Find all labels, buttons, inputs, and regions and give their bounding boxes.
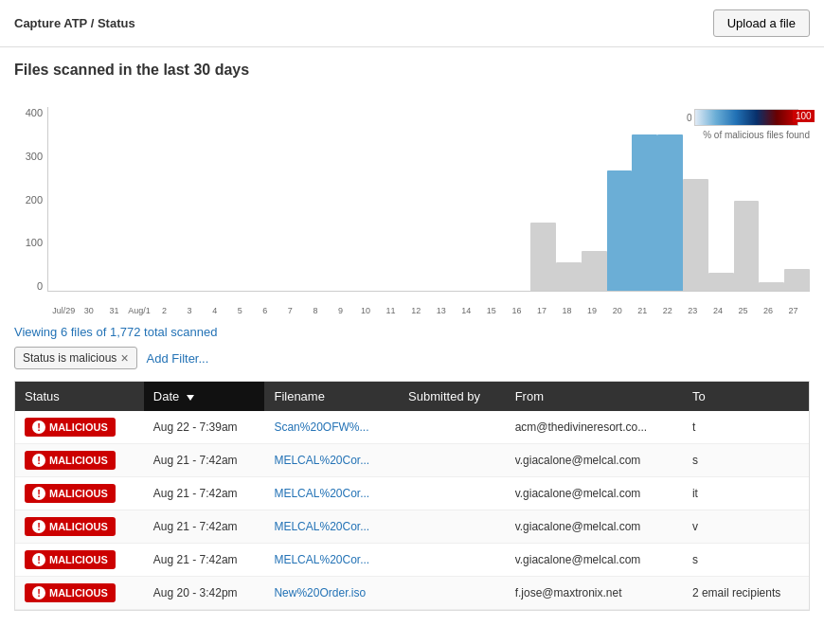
cell-filename[interactable]: MELCAL%20Cor... <box>264 444 399 477</box>
col-filename: Filename <box>264 382 399 411</box>
x-label: 20 <box>605 303 629 315</box>
cell-status: !MALICIOUS <box>15 444 144 477</box>
chart-bar <box>607 170 633 291</box>
chart-bar <box>530 223 556 291</box>
x-label: 22 <box>656 303 680 315</box>
filter-tag: Status is malicious × <box>14 347 137 369</box>
filter-tag-label: Status is malicious <box>23 351 116 365</box>
cell-date: Aug 21 - 7:42am <box>144 444 265 477</box>
col-to: To <box>683 382 809 411</box>
cell-filename[interactable]: MELCAL%20Cor... <box>264 544 399 577</box>
cell-to: s <box>683 544 809 577</box>
cell-to: it <box>683 477 809 510</box>
cell-filename[interactable]: MELCAL%20Cor... <box>264 510 399 544</box>
x-label: 4 <box>203 303 226 315</box>
table-row: !MALICIOUSAug 21 - 7:42amMELCAL%20Cor...… <box>15 544 809 577</box>
cell-filename[interactable]: New%20Order.iso <box>264 577 399 610</box>
cell-filename[interactable]: Scan%20OFW%... <box>264 411 399 444</box>
cell-from: f.jose@maxtronix.net <box>506 577 683 610</box>
x-label: 12 <box>404 303 428 315</box>
cell-status: !MALICIOUS <box>15 510 144 544</box>
chart-bar <box>734 201 760 291</box>
x-label: 7 <box>278 303 302 315</box>
malicious-badge: !MALICIOUS <box>25 583 116 602</box>
x-label: 3 <box>178 303 202 315</box>
filter-remove-button[interactable]: × <box>120 351 128 365</box>
chart-bar <box>759 282 784 292</box>
y-label-400: 400 <box>26 107 43 118</box>
cell-submitted-by <box>399 577 506 610</box>
x-label: 27 <box>781 303 805 315</box>
table-header-row: Status Date Filename Submitted by From T… <box>15 382 809 411</box>
table-row: !MALICIOUSAug 21 - 7:42amMELCAL%20Cor...… <box>15 477 809 510</box>
x-label: 11 <box>379 303 403 315</box>
cell-from: acm@thedivineresort.co... <box>506 411 683 444</box>
chart-bar <box>708 273 734 291</box>
main-content: Files scanned in the last 30 days 0 100 … <box>0 47 824 625</box>
cell-status: !MALICIOUS <box>15 577 144 610</box>
cell-to: t <box>683 411 809 444</box>
chart-bar <box>784 269 810 291</box>
x-label: 16 <box>505 303 528 315</box>
chart-bar <box>683 179 708 291</box>
x-label: Jul/29 <box>52 303 76 315</box>
page-header: Capture ATP / Status Upload a file <box>0 0 824 47</box>
cell-date: Aug 21 - 7:42am <box>144 510 265 544</box>
breadcrumb-current: Status <box>98 16 135 30</box>
malicious-icon: ! <box>32 553 45 566</box>
cell-to: 2 email recipients <box>683 577 809 610</box>
chart-bar <box>632 134 657 291</box>
chart-bar <box>657 134 683 291</box>
cell-status: !MALICIOUS <box>15 411 144 444</box>
upload-button[interactable]: Upload a file <box>713 9 810 37</box>
table-row: !MALICIOUSAug 21 - 7:42amMELCAL%20Cor...… <box>15 510 809 544</box>
x-label: 19 <box>581 303 604 315</box>
cell-date: Aug 21 - 7:42am <box>144 544 265 577</box>
x-label: 13 <box>429 303 453 315</box>
x-label: 25 <box>731 303 755 315</box>
x-label: 31 <box>102 303 126 315</box>
sort-arrow-icon <box>187 395 194 401</box>
viewing-text: Viewing 6 files of 1,772 total scanned <box>14 325 810 339</box>
x-label: 30 <box>78 303 101 315</box>
cell-submitted-by <box>399 444 506 477</box>
section-title: Files scanned in the last 30 days <box>14 62 810 79</box>
y-label-300: 300 <box>26 151 43 162</box>
cell-status: !MALICIOUS <box>15 544 144 577</box>
y-axis: 400 300 200 100 0 <box>14 107 47 292</box>
malicious-icon: ! <box>32 586 45 599</box>
col-submitted-by: Submitted by <box>399 382 506 411</box>
x-label: 9 <box>329 303 352 315</box>
malicious-badge: !MALICIOUS <box>25 517 116 536</box>
col-date[interactable]: Date <box>144 382 265 411</box>
y-label-0: 0 <box>37 280 43 292</box>
cell-to: s <box>683 444 809 477</box>
malicious-badge: !MALICIOUS <box>25 550 116 569</box>
x-label: 6 <box>254 303 278 315</box>
cell-submitted-by <box>399 411 506 444</box>
cell-date: Aug 22 - 7:39am <box>144 411 265 444</box>
x-label: Aug/1 <box>128 303 152 315</box>
x-label: 23 <box>681 303 705 315</box>
breadcrumb: Capture ATP / Status <box>14 16 135 30</box>
cell-from: v.giacalone@melcal.com <box>506 510 683 544</box>
y-label-200: 200 <box>26 194 43 206</box>
breadcrumb-prefix: Capture ATP <box>14 16 87 30</box>
table-wrap: Status Date Filename Submitted by From T… <box>14 381 810 611</box>
cell-from: v.giacalone@melcal.com <box>506 444 683 477</box>
cell-date: Aug 20 - 3:42pm <box>144 577 265 610</box>
col-status: Status <box>15 382 144 411</box>
cell-filename[interactable]: MELCAL%20Cor... <box>264 477 399 510</box>
x-label: 26 <box>757 303 780 315</box>
x-label: 17 <box>530 303 554 315</box>
x-label: 8 <box>304 303 328 315</box>
chart-bar <box>556 262 582 291</box>
cell-submitted-by <box>399 477 506 510</box>
malicious-icon: ! <box>32 420 45 434</box>
x-axis: Jul/293031Aug/12345678910111213141516171… <box>47 303 810 315</box>
table-row: !MALICIOUSAug 21 - 7:42amMELCAL%20Cor...… <box>15 444 809 477</box>
x-label: 24 <box>707 303 730 315</box>
chart-container: 0 100 % of malicious files found 400 300… <box>14 107 810 315</box>
add-filter-button[interactable]: Add Filter... <box>147 351 209 366</box>
x-label: 21 <box>631 303 654 315</box>
